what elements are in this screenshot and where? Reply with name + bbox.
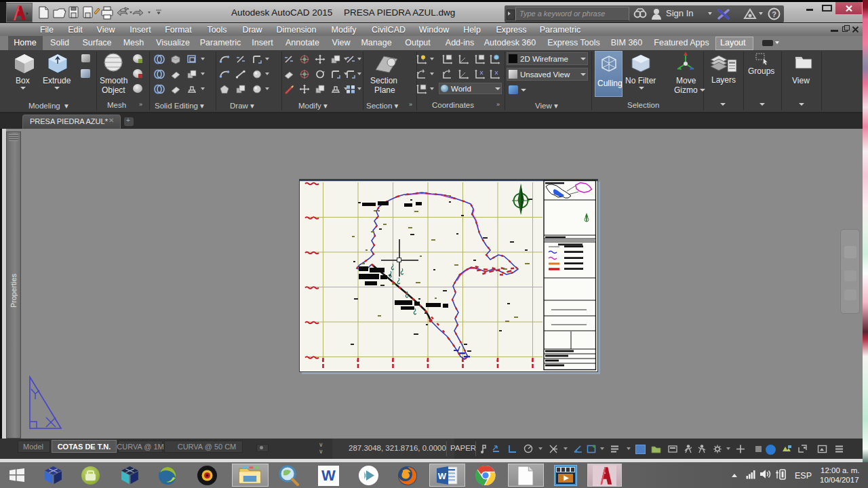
svg-text:?: ? [772,10,776,18]
svg-text:W: W [438,471,447,481]
